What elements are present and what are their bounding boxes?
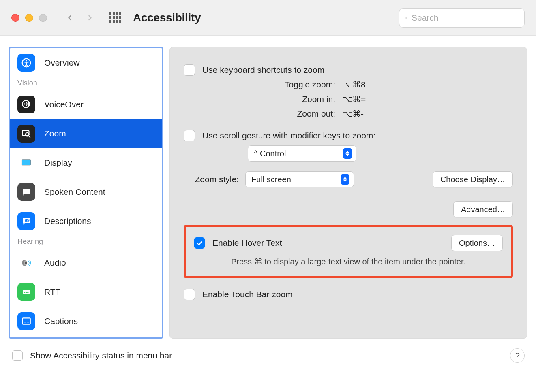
window-title: Accessibility [133, 11, 201, 24]
sidebar-item-label: Descriptions [44, 216, 91, 226]
checkbox-label: Use keyboard shortcuts to zoom [202, 65, 324, 75]
hover-text-checkbox[interactable] [194, 237, 205, 249]
sidebar-item-voiceover[interactable]: VoiceOver [10, 90, 162, 119]
modifier-key-popup[interactable]: ^ Control [248, 145, 356, 162]
zoom-out-label: Zoom out: [184, 107, 335, 121]
chevron-updown-icon [343, 148, 352, 159]
captions-icon [17, 312, 35, 330]
sidebar-item-label: Display [44, 158, 72, 168]
zoom-style-value: Full screen [251, 172, 291, 187]
zoom-in-shortcut: ⌥⌘= [343, 92, 366, 107]
toggle-zoom-label: Toggle zoom: [184, 77, 335, 92]
svg-rect-18 [27, 292, 28, 293]
advanced-button[interactable]: Advanced… [453, 201, 513, 217]
svg-line-8 [28, 136, 30, 137]
show-all-prefpanes-button[interactable] [109, 12, 121, 23]
search-input[interactable] [411, 13, 519, 23]
nav-buttons [66, 14, 94, 22]
sidebar-item-label: VoiceOver [44, 100, 84, 109]
svg-line-1 [406, 18, 407, 18]
spoken-content-icon [17, 183, 35, 201]
toolbar: Accessibility [0, 0, 536, 36]
choose-display-button[interactable]: Choose Display… [433, 171, 513, 187]
audio-icon [17, 254, 35, 272]
button-label: Choose Display… [440, 175, 505, 184]
sidebar-item-rtt[interactable]: RTT [10, 277, 162, 307]
sidebar-group-vision: Vision [10, 77, 162, 90]
back-button[interactable] [66, 14, 74, 22]
button-label: Advanced… [461, 205, 505, 214]
svg-text:99: 99 [25, 218, 30, 223]
scroll-gesture-zoom-checkbox[interactable]: Use scroll gesture with modifier keys to… [184, 130, 513, 141]
category-sidebar[interactable]: Overview Vision VoiceOver Zoom Display [9, 47, 163, 339]
minimize-window-button[interactable] [25, 14, 33, 22]
footer: Show Accessibility status in menu bar ? [0, 344, 536, 363]
sidebar-item-audio[interactable]: Audio [10, 248, 162, 277]
checkmark-icon [196, 239, 203, 247]
zoom-style-popup[interactable]: Full screen [245, 171, 354, 187]
svg-rect-19 [22, 318, 30, 324]
sidebar-item-label: Overview [44, 58, 80, 68]
fullscreen-window-button[interactable] [39, 14, 47, 22]
help-button[interactable]: ? [510, 348, 525, 363]
zoom-in-label: Zoom in: [184, 92, 335, 107]
toggle-zoom-shortcut: ⌥⌘8 [343, 77, 366, 92]
descriptions-icon: 99 [17, 212, 35, 230]
sidebar-item-overview[interactable]: Overview [10, 48, 162, 77]
forward-button[interactable] [86, 14, 94, 22]
search-field[interactable] [399, 8, 525, 28]
zoom-style-label: Zoom style: [184, 175, 239, 184]
hover-text-hint: Press ⌘ to display a large-text view of … [194, 257, 503, 266]
modifier-key-value: ^ Control [254, 146, 286, 161]
sidebar-group-hearing: Hearing [10, 236, 162, 248]
sidebar-item-label: RTT [44, 287, 60, 297]
sidebar-item-label: Zoom [44, 129, 66, 138]
checkbox-label: Use scroll gesture with modifier keys to… [202, 131, 375, 141]
close-window-button[interactable] [11, 14, 19, 22]
button-label: Options… [459, 239, 495, 248]
touch-bar-zoom-checkbox[interactable]: Enable Touch Bar zoom [184, 289, 513, 300]
svg-point-5 [24, 103, 25, 104]
svg-rect-16 [24, 292, 25, 293]
sidebar-item-label: Spoken Content [44, 187, 105, 197]
hover-text-options-button[interactable]: Options… [451, 235, 503, 251]
search-icon [405, 13, 407, 22]
svg-point-14 [25, 261, 27, 264]
svg-rect-9 [22, 160, 30, 165]
voiceover-icon [17, 96, 35, 113]
keyboard-shortcuts-zoom-checkbox[interactable]: Use keyboard shortcuts to zoom [184, 64, 513, 76]
sidebar-item-label: Captions [44, 316, 78, 326]
display-icon [17, 154, 35, 172]
sidebar-item-label: Audio [44, 258, 66, 268]
hover-text-label: Enable Hover Text [212, 238, 282, 248]
sidebar-item-zoom[interactable]: Zoom [10, 119, 162, 148]
sidebar-item-spoken-content[interactable]: Spoken Content [10, 177, 162, 207]
checkbox-label: Enable Touch Bar zoom [202, 290, 293, 299]
sidebar-item-display[interactable]: Display [10, 148, 162, 177]
rtt-icon [17, 283, 35, 301]
zoom-icon [17, 125, 35, 143]
svg-rect-10 [24, 166, 28, 166]
sidebar-item-captions[interactable]: Captions [10, 307, 162, 336]
sidebar-item-descriptions[interactable]: 99 Descriptions [10, 207, 162, 236]
zoom-out-shortcut: ⌥⌘- [343, 107, 364, 121]
accessibility-icon [17, 54, 35, 72]
checkbox-icon [184, 130, 195, 141]
svg-point-3 [26, 60, 27, 62]
window-controls [11, 14, 47, 22]
chevron-updown-icon [341, 174, 349, 185]
svg-rect-17 [26, 292, 27, 293]
menu-bar-status-label: Show Accessibility status in menu bar [30, 351, 172, 360]
checkbox-icon [184, 64, 195, 76]
zoom-settings-panel: Use keyboard shortcuts to zoom Toggle zo… [169, 47, 527, 339]
checkbox-icon [184, 289, 195, 300]
hover-text-highlight: Enable Hover Text Options… Press ⌘ to di… [184, 225, 513, 278]
zoom-shortcuts-list: Toggle zoom:⌥⌘8 Zoom in:⌥⌘= Zoom out:⌥⌘- [184, 77, 513, 121]
menu-bar-status-checkbox[interactable] [12, 350, 23, 361]
